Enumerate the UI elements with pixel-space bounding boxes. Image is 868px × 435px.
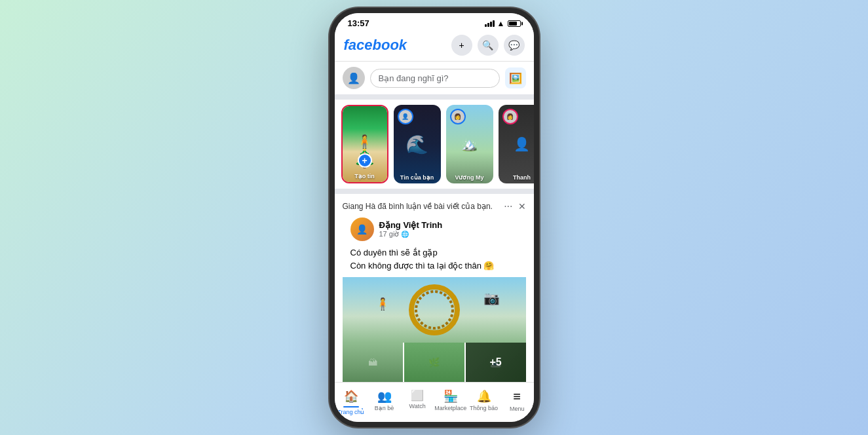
- nav-notifications[interactable]: 🔔 Thông báo: [467, 387, 500, 418]
- svg-point-1: [416, 292, 453, 328]
- avatar-emoji: 👤: [347, 72, 360, 85]
- post-bar: 👤 Bạn đang nghĩ gì? 🖼️: [335, 62, 534, 100]
- post-input[interactable]: Bạn đang nghĩ gì?: [370, 69, 500, 88]
- story-avatar-thanh: 👩: [502, 109, 518, 124]
- header-icons: + 🔍 💬: [451, 35, 525, 56]
- post-image-bottom-2: 🌿: [404, 343, 464, 382]
- messenger-icon: 💬: [508, 40, 519, 50]
- status-time: 13:57: [348, 18, 369, 28]
- hiker-icon: 🧍: [375, 297, 390, 311]
- battery-icon: [508, 20, 521, 27]
- nav-watch-label: Watch: [409, 403, 426, 409]
- watch-icon: ⬜: [411, 389, 424, 402]
- nav-notifications-label: Thông báo: [470, 405, 498, 411]
- status-icons: ▲: [485, 19, 521, 28]
- story-avatar-friend: 👤: [398, 109, 413, 124]
- phone-mockup: 13:57 ▲ facebook +: [330, 8, 539, 427]
- screen: 13:57 ▲ facebook +: [335, 13, 534, 422]
- story-outdoor-icon: 🏔️: [461, 136, 478, 152]
- story-vuong-my[interactable]: 🏔️ 👩 Vương My: [446, 105, 493, 183]
- story-friend[interactable]: 🌊 👤 Tin của bạn: [394, 105, 441, 183]
- story-avatar-vuong-my: 👩: [450, 109, 466, 124]
- nav-home-label: Trang chủ: [337, 409, 364, 415]
- post-image-bottom-3: 🗻 +5: [466, 343, 526, 382]
- nav-marketplace-label: Marketplace: [434, 405, 466, 411]
- post-header: 👤 Đặng Việt Trinh 17 giờ 🌐: [343, 218, 526, 246]
- messenger-button[interactable]: 💬: [504, 35, 525, 56]
- stories-scroll: 🎄 🧍 + Tạo tin 🌊 👤 T: [335, 105, 534, 183]
- story-bg-christmas: 🎄 🧍: [343, 106, 387, 182]
- notification-card: Giang Hà đã bình luận về bài viết của bạ…: [335, 194, 534, 382]
- story-create[interactable]: 🎄 🧍 + Tạo tin: [341, 105, 388, 183]
- privacy-icon: 🌐: [401, 231, 409, 238]
- post-images-bottom: 🏔 🌿 🗻 +5: [343, 343, 526, 382]
- stories-section: 🎄 🧍 + Tạo tin 🌊 👤 T: [335, 100, 534, 194]
- notif-actions: ··· ✕: [504, 200, 525, 212]
- photo-icon: 🖼️: [509, 72, 522, 85]
- bottom-nav: 🏠 Trang chủ 👥 Bạn bè ⬜ Watch 🏪 Marketpla…: [335, 382, 534, 422]
- active-indicator: [343, 406, 359, 407]
- post-meta: Đặng Việt Trinh 17 giờ 🌐: [379, 220, 518, 238]
- nav-menu-label: Menu: [510, 406, 525, 412]
- nav-marketplace[interactable]: 🏪 Marketplace: [434, 387, 468, 418]
- story-add-icon: +: [358, 153, 372, 168]
- story-thanh[interactable]: 👤 👩 Thanh: [499, 105, 534, 183]
- post-images[interactable]: 📷 🧍 🏔 🌿 🗻: [343, 277, 526, 382]
- add-button[interactable]: +: [451, 35, 472, 56]
- friends-icon: 👥: [377, 389, 392, 404]
- post-author-avatar: 👤: [350, 218, 374, 241]
- post-time: 17 giờ 🌐: [379, 230, 518, 238]
- home-icon: 🏠: [344, 389, 358, 404]
- photographer-icon: 📷: [483, 290, 500, 306]
- story-person-silhouette: 🧍: [356, 134, 373, 149]
- post-card: 👤 Đặng Việt Trinh 17 giờ 🌐 Có duyên thì …: [343, 218, 526, 382]
- nav-friends-label: Bạn bè: [375, 405, 394, 411]
- search-icon: 🔍: [482, 40, 493, 50]
- search-button[interactable]: 🔍: [478, 35, 499, 56]
- notif-text: Giang Hà đã bình luận về bài viết của bạ…: [343, 202, 504, 211]
- phone-frame: 13:57 ▲ facebook +: [330, 8, 539, 427]
- notifications-icon: 🔔: [477, 389, 491, 404]
- story-wave-icon: 🌊: [406, 134, 428, 155]
- post-image-bottom-1: 🏔: [343, 343, 403, 382]
- nav-friends[interactable]: 👥 Bạn bè: [368, 387, 401, 418]
- story-person-icon: 👤: [514, 136, 530, 152]
- facebook-logo: facebook: [344, 37, 407, 54]
- nav-watch[interactable]: ⬜ Watch: [401, 387, 434, 418]
- story-create-label: Tạo tin: [343, 173, 387, 180]
- notif-more-button[interactable]: ···: [504, 200, 512, 212]
- status-bar: 13:57 ▲: [335, 13, 534, 31]
- author-avatar-emoji: 👤: [356, 224, 368, 235]
- more-images-overlay: +5: [466, 343, 526, 382]
- plus-icon: +: [459, 40, 464, 50]
- post-text: Có duyên thì sẽ ắt gặp Còn không được th…: [343, 246, 526, 277]
- marketplace-icon: 🏪: [443, 389, 458, 404]
- menu-icon: ≡: [513, 389, 521, 404]
- nav-menu[interactable]: ≡ Menu: [500, 387, 534, 418]
- story-friend-label: Tin của bạn: [394, 174, 441, 181]
- user-avatar: 👤: [343, 67, 365, 89]
- arch-svg: [408, 284, 461, 336]
- signal-icon: [485, 20, 495, 27]
- header: facebook + 🔍 💬: [335, 31, 534, 62]
- wifi-icon: ▲: [497, 19, 505, 28]
- notif-header: Giang Hà đã bình luận về bài viết của bạ…: [343, 200, 526, 212]
- notif-close-button[interactable]: ✕: [518, 201, 526, 212]
- post-author-name: Đặng Việt Trinh: [379, 220, 518, 230]
- post-image-top: 📷 🧍: [343, 277, 526, 343]
- svg-point-0: [411, 287, 457, 333]
- story-vuong-my-label: Vương My: [446, 174, 493, 181]
- story-thanh-label: Thanh: [499, 174, 534, 181]
- photo-button[interactable]: 🖼️: [505, 67, 526, 88]
- nav-home[interactable]: 🏠 Trang chủ: [335, 387, 368, 418]
